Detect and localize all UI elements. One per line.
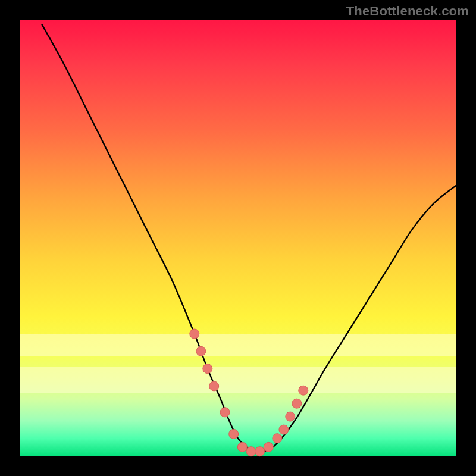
highlight-dot bbox=[220, 408, 230, 417]
highlight-dot bbox=[196, 346, 206, 356]
highlight-dot bbox=[299, 386, 308, 395]
highlight-dot bbox=[209, 381, 219, 391]
bottleneck-curve bbox=[42, 24, 456, 452]
highlight-dot bbox=[203, 364, 212, 374]
chart-svg bbox=[20, 20, 456, 456]
highlight-dot bbox=[190, 329, 199, 339]
highlight-dots-group bbox=[190, 329, 308, 456]
plot-area bbox=[20, 20, 456, 456]
highlight-dot bbox=[273, 434, 282, 443]
watermark-text: TheBottleneck.com bbox=[346, 4, 469, 19]
highlight-dot bbox=[279, 425, 289, 434]
highlight-dot bbox=[264, 442, 273, 452]
highlight-dot bbox=[292, 399, 302, 408]
highlight-dot bbox=[229, 429, 239, 439]
highlight-dot bbox=[246, 447, 256, 456]
highlight-dot bbox=[255, 447, 265, 456]
highlight-dot bbox=[237, 442, 247, 452]
highlight-dot bbox=[286, 412, 295, 421]
